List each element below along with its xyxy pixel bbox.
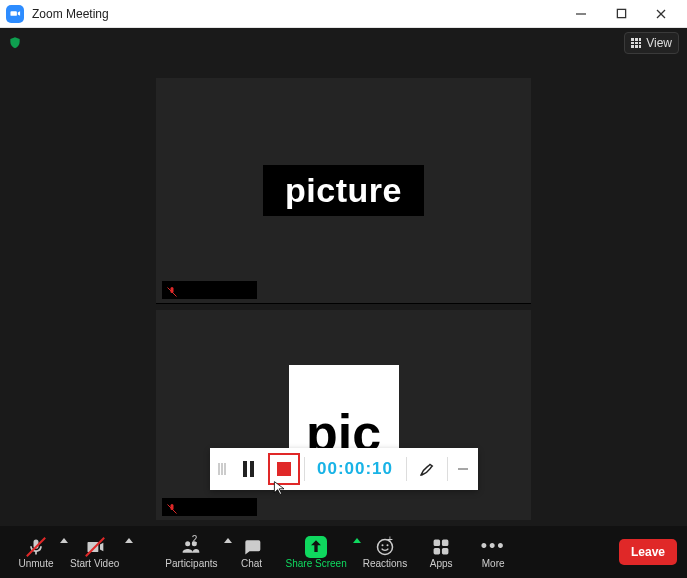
svg-rect-12 — [443, 540, 448, 545]
participant-name-tag — [162, 281, 257, 299]
video-stage: picture pic — [0, 58, 687, 526]
meeting-controls: Unmute Start Video 2 Participants Chat — [0, 526, 687, 578]
toolbar-more-button[interactable] — [448, 448, 478, 490]
control-label: Start Video — [70, 558, 119, 569]
control-label: More — [482, 558, 505, 569]
window-titlebar: Zoom Meeting — [0, 0, 687, 28]
tile-picture-label: picture — [263, 165, 424, 216]
plus-icon: + — [387, 534, 393, 545]
grid-icon — [631, 38, 641, 48]
meeting-window: View picture pic — [0, 28, 687, 578]
pause-recording-button[interactable] — [234, 448, 264, 490]
recording-timer: 00:00:10 — [305, 448, 406, 490]
stop-recording-button[interactable] — [264, 448, 304, 490]
recording-toolbar[interactable]: 00:00:10 — [210, 448, 478, 490]
apps-button[interactable]: Apps — [415, 532, 467, 573]
pen-icon — [418, 460, 436, 478]
svg-rect-14 — [443, 548, 448, 553]
more-icon: ••• — [481, 536, 506, 558]
leave-button[interactable]: Leave — [619, 539, 677, 565]
window-title: Zoom Meeting — [32, 7, 561, 21]
mic-muted-icon — [166, 284, 178, 296]
chat-button[interactable]: Chat — [226, 532, 278, 573]
annotate-button[interactable] — [407, 448, 447, 490]
control-label: Reactions — [363, 558, 407, 569]
svg-rect-11 — [435, 540, 440, 545]
encryption-shield-icon[interactable] — [8, 36, 22, 50]
svg-rect-13 — [435, 548, 440, 553]
more-button[interactable]: ••• More — [467, 532, 519, 573]
view-label: View — [646, 36, 672, 50]
window-close-button[interactable] — [641, 0, 681, 28]
reactions-button[interactable]: + Reactions — [355, 532, 415, 573]
meeting-topbar: View — [0, 28, 687, 58]
participants-count: 2 — [192, 534, 198, 545]
toolbar-drag-handle[interactable] — [210, 448, 234, 490]
stop-icon — [277, 462, 291, 476]
control-label: Share Screen — [286, 558, 347, 569]
share-screen-icon — [305, 536, 327, 558]
control-label: Participants — [165, 558, 217, 569]
start-video-button[interactable]: Start Video — [62, 532, 127, 573]
mic-muted-icon — [166, 501, 178, 513]
participants-icon: 2 — [181, 536, 201, 558]
microphone-icon — [26, 536, 46, 558]
view-button[interactable]: View — [624, 32, 679, 54]
participant-name-tag — [162, 498, 257, 516]
tile-divider — [156, 303, 531, 304]
window-maximize-button[interactable] — [601, 0, 641, 28]
control-label: Unmute — [18, 558, 53, 569]
video-icon — [85, 536, 105, 558]
svg-rect-1 — [617, 9, 625, 17]
chat-icon — [242, 536, 262, 558]
control-label: Apps — [430, 558, 453, 569]
window-minimize-button[interactable] — [561, 0, 601, 28]
zoom-app-icon — [6, 5, 24, 23]
share-screen-button[interactable]: Share Screen — [278, 532, 355, 573]
apps-icon — [431, 536, 451, 558]
pause-icon — [243, 461, 254, 477]
cursor-icon — [272, 480, 288, 496]
control-label: Chat — [241, 558, 262, 569]
chevron-up-icon[interactable] — [125, 538, 133, 543]
reactions-icon: + — [375, 536, 395, 558]
unmute-button[interactable]: Unmute — [10, 532, 62, 573]
svg-point-9 — [381, 544, 383, 546]
participant-tile-top[interactable]: picture — [156, 78, 531, 303]
participants-button[interactable]: 2 Participants — [157, 532, 225, 573]
